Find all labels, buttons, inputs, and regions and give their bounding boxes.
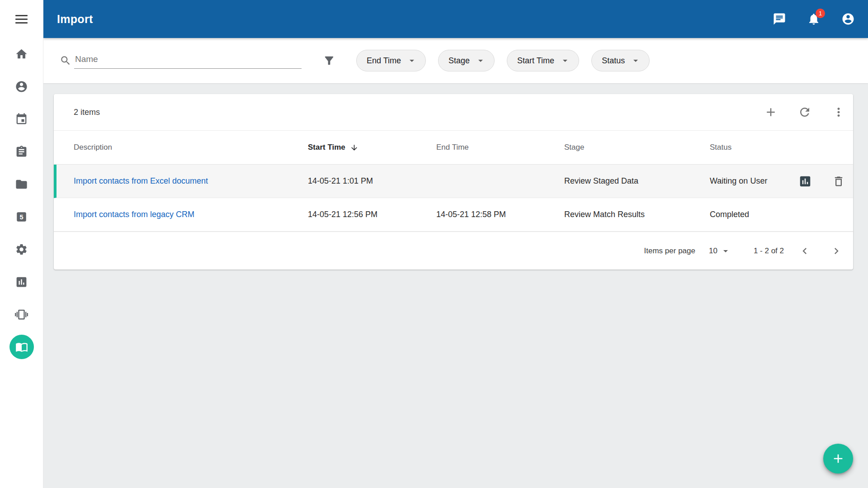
row-actions <box>793 175 853 188</box>
notifications-button[interactable]: 1 <box>807 12 821 26</box>
chevron-down-icon <box>630 55 641 66</box>
add-import-fab[interactable] <box>823 444 853 474</box>
add-import-button[interactable] <box>764 105 778 119</box>
calendar-icon <box>15 113 28 126</box>
filter-chips: End Time Stage Start Time Status <box>356 50 650 71</box>
chip-label: End Time <box>367 56 401 66</box>
description-cell: Import contacts from Excel document <box>74 176 308 186</box>
filter-bar: End Time Stage Start Time Status <box>43 38 868 83</box>
chat-icon <box>773 12 786 26</box>
sidebar-item-5[interactable]: 5 <box>0 200 43 233</box>
import-link[interactable]: Import contacts from Excel document <box>74 176 208 185</box>
account-avatar-icon <box>841 12 855 26</box>
chip-label: Start Time <box>517 56 554 66</box>
chip-label: Stage <box>448 56 470 66</box>
page-range-label: 1 - 2 of 2 <box>754 246 784 256</box>
sidebar-item-settings[interactable] <box>0 233 43 265</box>
sidebar-item-notifications[interactable] <box>0 298 43 331</box>
account-circle-icon <box>15 80 28 93</box>
app-bar-actions: 1 <box>773 12 855 26</box>
column-header-stage[interactable]: Stage <box>564 143 710 152</box>
main-area: Import 1 <box>43 0 868 488</box>
items-per-page-label: Items per page <box>644 246 695 256</box>
column-header-start-time[interactable]: Start Time <box>308 143 436 152</box>
table-row: Import contacts from Excel document 14-0… <box>54 165 853 198</box>
more-options-button[interactable] <box>832 105 845 119</box>
start-time-cell: 14-05-21 12:56 PM <box>308 210 436 219</box>
card-header: 2 items <box>54 94 853 130</box>
chevron-down-icon <box>406 55 417 66</box>
page-size-select[interactable]: 10 <box>709 246 731 256</box>
column-header-end-time[interactable]: End Time <box>436 143 564 152</box>
chat-button[interactable] <box>773 12 786 26</box>
active-item-circle <box>9 335 34 359</box>
end-time-cell: 14-05-21 12:58 PM <box>436 210 564 219</box>
status-cell: Completed <box>710 210 793 219</box>
chevron-down-icon <box>720 246 731 256</box>
filter-chip-stage[interactable]: Stage <box>438 50 495 71</box>
sidebar-item-reports[interactable] <box>0 265 43 298</box>
svg-text:5: 5 <box>19 213 23 220</box>
trash-icon <box>832 175 845 188</box>
filter-chip-status[interactable]: Status <box>591 50 650 71</box>
folder-icon <box>15 178 28 191</box>
sort-descending-icon <box>350 143 359 152</box>
card-header-actions <box>764 105 845 119</box>
column-header-description[interactable]: Description <box>74 143 308 152</box>
table-row: Import contacts from legacy CRM 14-05-21… <box>54 198 853 232</box>
plus-icon <box>764 105 778 119</box>
chevron-left-icon <box>798 245 811 257</box>
stage-cell: Review Staged Data <box>564 176 710 186</box>
app-bar: Import 1 <box>43 0 868 38</box>
chip-label: Status <box>602 56 625 66</box>
sidebar-nav: 5 <box>0 38 43 363</box>
view-report-button[interactable] <box>798 175 812 188</box>
five-square-icon: 5 <box>15 210 28 223</box>
sidebar-item-import[interactable] <box>0 331 43 363</box>
start-time-cell: 14-05-21 1:01 PM <box>308 176 436 186</box>
refresh-button[interactable] <box>798 105 811 119</box>
account-button[interactable] <box>841 12 855 26</box>
filter-chip-start-time[interactable]: Start Time <box>507 50 579 71</box>
sidebar-item-account[interactable] <box>0 70 43 103</box>
delete-button[interactable] <box>832 175 845 188</box>
chevron-down-icon <box>475 55 486 66</box>
filter-funnel-button[interactable] <box>323 54 335 67</box>
sidebar-item-tasks[interactable] <box>0 135 43 168</box>
next-page-button[interactable] <box>830 245 843 257</box>
page-size-value: 10 <box>709 246 717 256</box>
home-icon <box>15 47 28 61</box>
sidebar-item-files[interactable] <box>0 168 43 200</box>
table-header-row: Description Start Time End Time Stage St… <box>54 130 853 165</box>
filter-funnel-icon <box>323 54 335 67</box>
plus-icon <box>831 451 845 466</box>
kebab-menu-icon <box>832 105 845 119</box>
column-header-status[interactable]: Status <box>710 143 793 152</box>
hamburger-menu-button[interactable] <box>15 15 28 24</box>
sidebar-item-home[interactable] <box>0 38 43 70</box>
search-box <box>60 52 302 69</box>
sidebar: 5 <box>0 0 43 488</box>
items-count-label: 2 items <box>74 108 100 117</box>
refresh-icon <box>798 105 811 119</box>
column-header-label: Start Time <box>308 143 345 152</box>
status-cell: Waiting on User <box>710 176 793 186</box>
import-link[interactable]: Import contacts from legacy CRM <box>74 210 194 219</box>
previous-page-button[interactable] <box>798 245 811 257</box>
assessment-icon <box>798 175 812 188</box>
filter-chip-end-time[interactable]: End Time <box>356 50 426 71</box>
clipboard-icon <box>15 145 28 158</box>
content-area: 2 items <box>43 83 868 270</box>
stage-cell: Review Match Results <box>564 210 710 219</box>
page-title: Import <box>57 13 93 26</box>
search-icon <box>60 55 71 66</box>
notification-badge: 1 <box>816 9 825 18</box>
chevron-down-icon <box>560 55 571 66</box>
bar-chart-icon <box>15 275 28 289</box>
sidebar-item-calendar[interactable] <box>0 103 43 135</box>
description-cell: Import contacts from legacy CRM <box>74 210 308 219</box>
settings-gear-icon <box>15 243 28 256</box>
search-input[interactable] <box>74 52 302 69</box>
chevron-right-icon <box>830 245 843 257</box>
book-icon <box>15 341 28 353</box>
